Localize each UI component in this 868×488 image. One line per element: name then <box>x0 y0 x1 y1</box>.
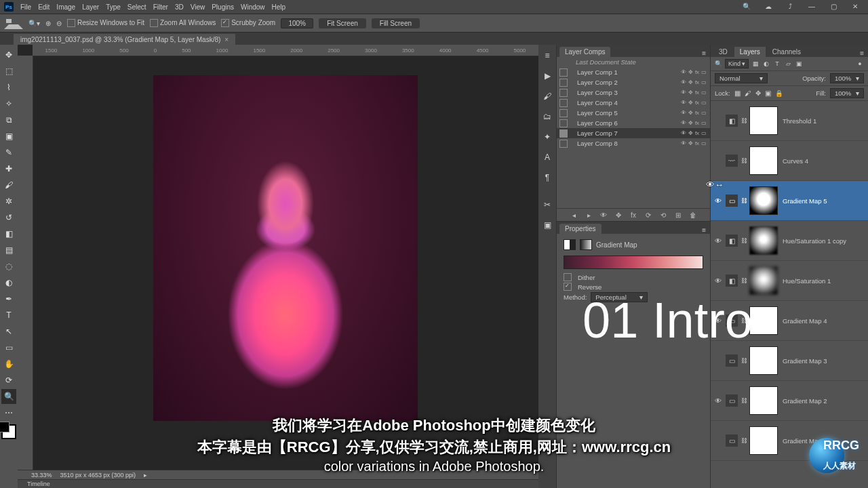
pos-icon[interactable]: ✥ <box>687 140 694 146</box>
tab-3d[interactable]: 3D <box>713 47 733 57</box>
mask-thumb[interactable] <box>750 187 777 214</box>
brush-settings-icon[interactable]: 🖌 <box>540 89 554 103</box>
history-brush-tool[interactable]: ↺ <box>1 210 16 225</box>
pos-icon[interactable]: ✥ <box>687 100 694 106</box>
lc-new-icon[interactable]: ⊞ <box>674 211 682 219</box>
menu-image[interactable]: Image <box>56 3 75 11</box>
lc-update-all-icon[interactable]: ⟲ <box>659 211 667 219</box>
appear-icon[interactable]: fx <box>694 69 701 75</box>
lc-update-app-icon[interactable]: fx <box>629 211 637 219</box>
gradient-tool[interactable]: ▤ <box>1 243 16 258</box>
mask-thumb[interactable] <box>750 107 777 134</box>
marquee-tool[interactable]: ⬚ <box>1 64 16 79</box>
more-tools[interactable]: ⋯ <box>1 405 16 420</box>
pos-icon[interactable]: ✥ <box>687 69 694 75</box>
visibility-toggle[interactable]: 👁 <box>713 397 723 405</box>
appear-icon[interactable]: fx <box>694 140 701 146</box>
menu-file[interactable]: File <box>20 3 31 11</box>
filter-shape-icon[interactable]: ▱ <box>784 60 792 67</box>
type-tool[interactable]: T <box>1 308 16 323</box>
layer-row[interactable]: 👁 ◧ ⛓ Hue/Saturation 1 copy <box>711 221 868 261</box>
mask-thumb[interactable] <box>750 347 777 374</box>
vis-icon[interactable]: 👁 <box>680 110 687 116</box>
tab-layers[interactable]: Layers <box>734 47 766 57</box>
libraries-icon[interactable]: ▣ <box>540 218 554 232</box>
pos-icon[interactable]: ✥ <box>687 120 694 126</box>
mask-thumb[interactable] <box>750 387 777 414</box>
appear-icon[interactable]: fx <box>694 130 701 136</box>
layer-row[interactable]: 〰 ⛓ Curves 4 <box>711 141 868 181</box>
layer-comp-row[interactable]: Layer Comp 8 👁 ✥ fx ▭ <box>557 138 710 148</box>
lasso-tool[interactable]: ⌇ <box>1 80 16 95</box>
dither-checkbox[interactable]: Dither <box>564 273 703 281</box>
appear-icon[interactable]: fx <box>694 89 701 96</box>
warn-icon[interactable]: ▭ <box>701 79 707 85</box>
adjustment-thumb[interactable]: 〰 <box>726 155 738 167</box>
close-tab-icon[interactable]: × <box>224 36 229 43</box>
layer-comp-row[interactable]: Layer Comp 1 👁 ✥ fx ▭ <box>557 67 710 77</box>
blend-mode-select[interactable]: Normal▾ <box>715 73 768 83</box>
swatches-icon[interactable]: ✂ <box>540 198 554 211</box>
share-icon[interactable]: ⤴ <box>780 1 800 12</box>
mask-icon[interactable] <box>580 239 592 250</box>
pos-icon[interactable]: ✥ <box>687 89 694 96</box>
shape-tool[interactable]: ▭ <box>1 340 16 355</box>
lc-apply-marker[interactable] <box>559 140 568 148</box>
opt-resize[interactable]: Resize Windows to Fit <box>67 19 144 27</box>
adjustment-thumb[interactable]: ◧ <box>726 115 738 127</box>
menu-filter[interactable]: Filter <box>153 3 168 11</box>
menu-select[interactable]: Select <box>127 3 146 11</box>
lc-prev-icon[interactable]: ◂ <box>570 211 578 219</box>
panel-menu-icon[interactable]: ≡ <box>698 226 710 234</box>
menu-edit[interactable]: Edit <box>38 3 50 11</box>
menu-window[interactable]: Window <box>241 3 265 11</box>
crop-tool[interactable]: ⧉ <box>1 113 16 127</box>
maximize-icon[interactable]: ▢ <box>823 1 844 12</box>
layer-row[interactable]: ◧ ⛓ Threshold 1 <box>711 101 868 141</box>
blur-tool[interactable]: ◌ <box>1 259 16 274</box>
layer-comp-row[interactable]: Layer Comp 7 👁 ✥ fx ▭ <box>557 128 710 138</box>
lc-update-pos-icon[interactable]: ✥ <box>614 211 623 219</box>
menu-plugins[interactable]: Plugins <box>212 3 234 11</box>
home-button[interactable] <box>4 15 23 29</box>
filter-toggle[interactable]: ● <box>856 60 864 67</box>
layer-comp-row[interactable]: Layer Comp 2 👁 ✥ fx ▭ <box>557 77 710 87</box>
warn-icon[interactable]: ▭ <box>701 89 707 96</box>
eyedropper-tool[interactable]: ✎ <box>1 145 16 160</box>
brush-tool[interactable]: 🖌 <box>1 178 16 192</box>
opacity-field[interactable]: 100%▾ <box>830 73 864 83</box>
appear-icon[interactable]: fx <box>694 79 701 85</box>
mask-thumb[interactable] <box>750 427 777 454</box>
panel-menu-icon[interactable]: ≡ <box>856 49 868 57</box>
actions-panel-icon[interactable]: ▶ <box>540 69 554 83</box>
pos-icon[interactable]: ✥ <box>687 130 694 136</box>
layer-comp-row[interactable]: Layer Comp 5 👁 ✥ fx ▭ <box>557 108 710 118</box>
zoom-field[interactable]: 100% <box>281 18 313 28</box>
pos-icon[interactable]: ✥ <box>687 110 694 116</box>
adjustment-thumb[interactable]: ▭ <box>726 195 738 207</box>
ruler-vertical[interactable] <box>18 56 33 473</box>
warn-icon[interactable]: ▭ <box>701 130 707 136</box>
adjustment-thumb[interactable]: ◧ <box>726 274 738 287</box>
mask-thumb[interactable] <box>750 227 777 254</box>
lc-docstate[interactable]: Last Document State <box>557 57 710 67</box>
reverse-checkbox[interactable]: Reverse <box>564 283 703 291</box>
zoom-out-icon[interactable]: ⊖ <box>56 20 62 27</box>
status-zoom[interactable]: 33.33% <box>31 472 52 479</box>
vis-icon[interactable]: 👁 <box>680 130 687 136</box>
warn-icon[interactable]: ▭ <box>701 100 707 106</box>
clone-source-icon[interactable]: ✦ <box>540 130 554 144</box>
appear-icon[interactable]: fx <box>694 120 701 126</box>
status-arrow-icon[interactable]: ▸ <box>144 472 147 479</box>
vis-icon[interactable]: 👁 <box>680 120 687 126</box>
lock-artboard-icon[interactable]: ▣ <box>765 89 771 97</box>
adjustment-thumb[interactable]: ◧ <box>726 235 738 247</box>
adjustment-thumb[interactable]: ▭ <box>726 394 738 407</box>
warn-icon[interactable]: ▭ <box>701 69 707 75</box>
appear-icon[interactable]: fx <box>694 100 701 106</box>
menu-view[interactable]: View <box>191 3 205 11</box>
vis-icon[interactable]: 👁 <box>680 79 687 85</box>
lc-next-icon[interactable]: ▸ <box>585 211 593 219</box>
lock-position-icon[interactable]: ✥ <box>755 89 761 97</box>
fill-field[interactable]: 100%▾ <box>830 88 864 98</box>
